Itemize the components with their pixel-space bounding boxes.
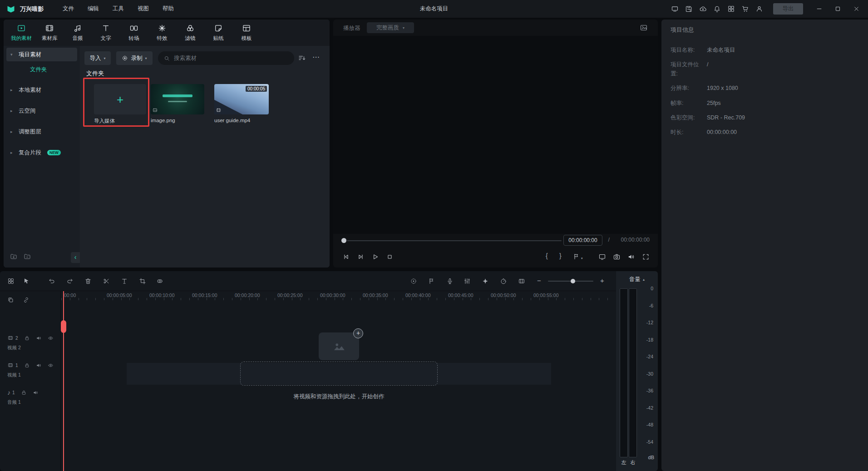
apps-icon[interactable] [727,5,735,13]
zoom-slider[interactable] [548,281,593,282]
mute-track-icon[interactable] [33,390,39,396]
seek-bar[interactable] [347,240,562,241]
media-item-image[interactable]: image.png [151,84,204,123]
export-button[interactable]: 导出 [773,3,803,15]
record-button[interactable]: 录制 ▾ [116,51,153,65]
menu-file[interactable]: 文件 [63,5,74,13]
cart-icon[interactable] [741,5,749,13]
mark-out-button[interactable]: } [559,252,562,259]
voiceover-mic-icon[interactable] [446,278,454,285]
timeline-ruler[interactable]: 00:00 00:00:05:00 00:00:10:00 00:00:15:0… [61,291,616,300]
quality-dropdown[interactable]: 完整画质 ▾ [367,22,414,33]
menu-view[interactable]: 视图 [138,5,149,13]
search-box[interactable] [158,51,294,65]
tab-transitions[interactable]: 转场 [120,20,148,46]
zoom-out-button[interactable]: − [537,277,541,284]
delete-button[interactable] [84,278,92,285]
play-button[interactable] [371,253,379,261]
split-button[interactable] [103,278,110,285]
image-thumbnail[interactable] [151,84,204,114]
media-item-video[interactable]: 00:00:05 user guide.mp4 [214,84,269,123]
timeline-dropzone[interactable] [240,362,438,386]
speed-icon[interactable] [500,278,507,285]
text-tool-button[interactable] [121,278,128,285]
filter-sort-icon[interactable] [298,54,306,62]
zoom-slider-handle[interactable] [571,279,575,283]
menu-tools[interactable]: 工具 [113,5,124,13]
display-mode-button[interactable] [598,253,606,261]
menu-edit[interactable]: 编辑 [88,5,99,13]
tab-templates[interactable]: 模板 [232,20,261,46]
render-preview-icon[interactable] [410,278,417,285]
sidebar-item-adjustment-layer[interactable]: ▸ 调整图层 [6,125,77,139]
link-icon[interactable] [23,297,30,303]
lock-icon[interactable] [21,390,27,396]
video-thumbnail[interactable]: 00:00:05 [214,84,269,114]
color-match-button[interactable] [156,278,163,285]
import-media-dropzone[interactable]: + [94,84,146,114]
preview-background-icon[interactable] [640,24,648,32]
marker-icon[interactable] [428,278,435,285]
volume-button[interactable] [627,253,635,261]
notifications-icon[interactable] [713,5,721,13]
next-frame-button[interactable] [357,253,365,261]
sidebar-item-folder[interactable]: 文件夹 [4,63,80,76]
track-manage-icon[interactable] [7,278,15,285]
stop-button[interactable] [386,253,394,261]
mark-in-button[interactable]: { [546,252,548,259]
tab-text[interactable]: 文字 [92,20,120,46]
tab-filters[interactable]: 滤镜 [176,20,204,46]
audio-mixer-icon[interactable] [464,278,471,285]
import-button[interactable]: 导入 ▾ [84,51,111,65]
select-tool-icon[interactable] [23,278,30,285]
sidebar-item-cloud[interactable]: ▸ 云空间 [6,104,77,118]
fullscreen-button[interactable] [642,253,650,261]
copy-icon[interactable] [7,297,14,303]
hide-track-icon[interactable] [48,362,54,368]
account-icon[interactable] [755,5,763,13]
keyframe-icon[interactable] [482,278,489,285]
hide-track-icon[interactable] [48,335,54,341]
redo-button[interactable] [66,278,74,285]
tab-stickers[interactable]: 贴纸 [204,20,232,46]
more-icon[interactable]: ⋯ [312,53,320,61]
search-input[interactable] [174,55,289,61]
tab-audio[interactable]: 音频 [64,20,92,46]
track-header-audio-1[interactable]: ♪ 1 音频 1 [0,389,60,406]
device-icon[interactable] [671,5,679,13]
previous-frame-button[interactable] [342,253,350,261]
playhead-handle[interactable] [61,320,66,333]
timeline-lanes[interactable]: 00:00 00:00:05:00 00:00:10:00 00:00:15:0… [61,291,616,471]
freeze-frame-icon[interactable] [518,278,525,285]
sidebar-item-compound-clip[interactable]: ▸ 复合片段 NEW [6,146,77,159]
snapshot-button[interactable] [613,253,621,261]
delete-folder-icon[interactable] [24,253,31,260]
collapse-sidebar-button[interactable]: ‹ [71,252,80,263]
marker-button[interactable]: ▾ [573,253,583,260]
add-media-icon[interactable]: + [353,328,363,338]
tab-stock-media[interactable]: 素材库 [35,20,64,46]
sidebar-item-local-media[interactable]: ▸ 本地素材 [6,83,77,97]
close-button[interactable] [850,5,863,12]
sidebar-item-project-media[interactable]: ▾ 项目素材 [6,48,77,61]
mute-track-icon[interactable] [36,335,42,341]
new-folder-icon[interactable] [10,253,17,260]
tab-my-media[interactable]: 我的素材 [7,20,35,46]
tab-effects[interactable]: 特效 [148,20,176,46]
lock-icon[interactable] [24,335,30,341]
track-header-video-2[interactable]: 2 视频 2 [0,335,60,351]
save-icon[interactable] [685,5,693,13]
mute-track-icon[interactable] [36,362,42,368]
maximize-button[interactable] [832,5,844,12]
undo-button[interactable] [48,278,55,285]
app-logo-icon[interactable] [6,5,15,14]
crop-button[interactable] [139,278,146,285]
playhead[interactable] [63,291,64,471]
volume-meter-toggle[interactable]: 音量 ▴ [616,276,658,283]
import-media-tile[interactable]: + 导入媒体 [94,84,146,124]
cloud-upload-icon[interactable] [699,5,707,13]
seek-handle[interactable] [341,238,346,243]
minimize-button[interactable] [813,5,825,12]
zoom-in-button[interactable]: + [600,277,604,284]
track-header-video-1[interactable]: 1 视频 1 [0,362,60,378]
